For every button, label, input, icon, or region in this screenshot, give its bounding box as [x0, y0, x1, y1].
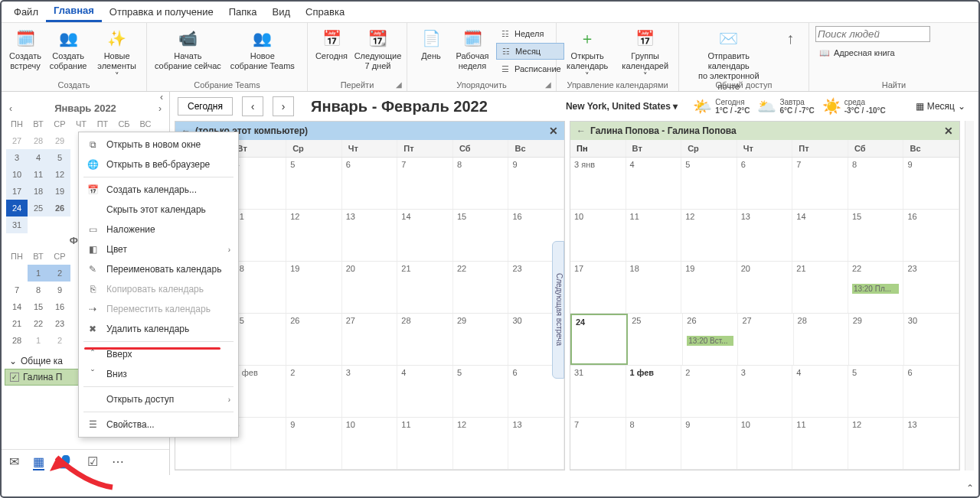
- mini-day-cell[interactable]: 2: [49, 265, 70, 282]
- grid-day-cell[interactable]: 25: [231, 314, 287, 365]
- mini-day-cell[interactable]: 7: [6, 282, 28, 298]
- grid-day-cell[interactable]: 8: [231, 418, 287, 469]
- new-meeting-button[interactable]: 🗓️Создатьвстречу: [5, 24, 46, 74]
- grid-day-cell[interactable]: 28: [794, 314, 849, 365]
- next-7days-button[interactable]: 📆Следующие7 дней: [352, 24, 403, 74]
- grid-day-cell[interactable]: 5: [681, 158, 737, 209]
- mini-prev-icon[interactable]: ‹: [9, 103, 12, 114]
- grid-day-cell[interactable]: 3: [342, 366, 398, 417]
- grid-day-cell[interactable]: 6: [342, 158, 398, 209]
- next-appointment-strip[interactable]: Следующая встреча: [552, 241, 564, 379]
- grid-day-cell[interactable]: 18: [231, 262, 287, 313]
- merge-calendar-icon[interactable]: ←: [577, 125, 586, 136]
- menu-tab-folder[interactable]: Папка: [221, 3, 265, 21]
- start-teams-button[interactable]: 📹Начатьсобрание сейчас: [150, 24, 226, 74]
- grid-day-cell[interactable]: 11: [626, 210, 682, 261]
- next-period-button[interactable]: ›: [273, 96, 294, 116]
- scrollbar-track[interactable]: [965, 121, 974, 470]
- grid-day-cell[interactable]: 10: [342, 418, 398, 469]
- dialog-launcher-icon[interactable]: ◢: [545, 80, 554, 90]
- grid-day-cell[interactable]: 12: [848, 418, 904, 469]
- mini-day-cell[interactable]: 22: [28, 315, 49, 332]
- grid-day-cell[interactable]: 20: [737, 262, 793, 313]
- calendar-event[interactable]: 13:20 Пл...: [852, 284, 900, 294]
- grid-day-cell[interactable]: 27: [342, 314, 398, 365]
- mini-day-cell[interactable]: 29: [49, 132, 70, 149]
- grid-day-cell[interactable]: 11: [792, 418, 848, 469]
- grid-day-cell[interactable]: 2213:20 Пл...: [848, 262, 904, 313]
- grid-day-cell[interactable]: 4: [397, 366, 453, 417]
- grid-day-cell[interactable]: 1 фев: [626, 366, 682, 417]
- grid-day-cell[interactable]: 15: [848, 210, 904, 261]
- grid-day-cell[interactable]: 2613:20 Вст...: [683, 314, 738, 365]
- grid-day-cell[interactable]: 11: [397, 418, 453, 469]
- grid-day-cell[interactable]: 9: [286, 418, 342, 469]
- mini-day-cell[interactable]: 31: [6, 216, 28, 233]
- grid-day-cell[interactable]: 29: [453, 314, 509, 365]
- mini-day-cell[interactable]: 1: [28, 332, 49, 349]
- context-menu-item[interactable]: 📅Создать календарь...: [79, 180, 238, 200]
- grid-day-cell[interactable]: 5: [453, 366, 509, 417]
- grid-day-cell[interactable]: 3: [737, 366, 793, 417]
- context-menu-item[interactable]: ✎Переименовать календарь: [79, 259, 238, 279]
- grid-day-cell[interactable]: 30: [904, 314, 959, 365]
- grid-day-cell[interactable]: 15: [453, 210, 509, 261]
- grid-day-cell[interactable]: 12: [453, 418, 509, 469]
- mini-next-icon[interactable]: ›: [158, 103, 162, 114]
- context-menu-item[interactable]: ⧉Открыть в новом окне: [79, 135, 238, 155]
- sidebar-collapse-icon[interactable]: ‹: [2, 92, 169, 103]
- view-selector[interactable]: ▦ Месяц ⌄: [910, 98, 971, 115]
- mini-day-cell[interactable]: [6, 265, 28, 282]
- grid-day-cell[interactable]: 9: [681, 418, 737, 469]
- mini-day-cell[interactable]: [28, 216, 49, 233]
- mini-day-cell[interactable]: 25: [28, 200, 49, 216]
- mini-day-cell[interactable]: 2: [49, 332, 70, 349]
- grid-day-cell[interactable]: 26: [286, 314, 342, 365]
- mini-day-cell[interactable]: 14: [6, 298, 28, 315]
- grid-day-cell[interactable]: 8: [453, 158, 509, 209]
- grid-day-cell[interactable]: 27: [738, 314, 793, 365]
- grid-day-cell[interactable]: 13: [737, 210, 793, 261]
- grid-day-cell[interactable]: 7: [792, 158, 848, 209]
- context-menu-item[interactable]: Открыть доступ›: [79, 389, 238, 409]
- grid-day-cell[interactable]: 7: [570, 418, 626, 469]
- address-book-button[interactable]: 📖Адресная книга: [815, 45, 972, 60]
- grid-day-cell[interactable]: 19: [286, 262, 342, 313]
- mini-day-cell[interactable]: 16: [49, 298, 70, 315]
- collapse-ribbon-icon[interactable]: ⌃: [966, 483, 974, 493]
- open-calendar-button[interactable]: ＋Открытькалендарь ˅: [560, 24, 615, 85]
- grid-day-cell[interactable]: 21: [397, 262, 453, 313]
- context-menu-item[interactable]: 🌐Открыть в веб-браузере: [79, 155, 238, 174]
- grid-day-cell[interactable]: 16: [903, 210, 959, 261]
- mini-day-cell[interactable]: [49, 216, 70, 233]
- grid-day-cell[interactable]: 11: [231, 210, 287, 261]
- grid-day-cell[interactable]: 14: [792, 210, 848, 261]
- grid-day-cell[interactable]: 9: [508, 158, 564, 209]
- mini-day-cell[interactable]: 19: [49, 183, 70, 200]
- prev-period-button[interactable]: ‹: [242, 96, 263, 116]
- mini-day-cell[interactable]: 26: [49, 200, 70, 216]
- calendar-event[interactable]: 13:20 Вст...: [687, 336, 733, 346]
- grid-day-cell[interactable]: 28: [397, 314, 453, 365]
- mini-day-cell[interactable]: 17: [6, 183, 28, 200]
- grid-day-cell[interactable]: 13: [903, 418, 959, 469]
- menu-tab-view[interactable]: Вид: [265, 3, 299, 21]
- grid-day-cell[interactable]: 3 янв: [570, 158, 626, 209]
- grid-day-cell[interactable]: 6: [903, 366, 959, 417]
- mini-day-cell[interactable]: 3: [6, 149, 28, 166]
- grid-day-cell[interactable]: 10: [570, 210, 626, 261]
- mini-day-cell[interactable]: 24: [6, 200, 28, 216]
- grid-day-cell[interactable]: 13: [508, 418, 564, 469]
- grid-day-cell[interactable]: 29: [849, 314, 904, 365]
- mini-day-cell[interactable]: 27: [6, 132, 28, 149]
- goto-today-button[interactable]: 📅Сегодня: [311, 24, 352, 64]
- context-menu-item[interactable]: ˇВниз: [79, 364, 238, 384]
- new-teams-button[interactable]: 👥Новоесобрание Teams: [226, 24, 299, 74]
- grid-day-cell[interactable]: 21: [792, 262, 848, 313]
- context-menu-item[interactable]: ▭Наложение: [79, 220, 238, 239]
- mini-day-cell[interactable]: 28: [6, 332, 28, 349]
- grid-day-cell[interactable]: 14: [397, 210, 453, 261]
- workweek-view-button[interactable]: 🗓️Рабочаянеделя: [452, 24, 493, 74]
- context-menu-item[interactable]: ◧Цвет›: [79, 239, 238, 259]
- context-menu-item[interactable]: ☰Свойства...: [79, 415, 238, 435]
